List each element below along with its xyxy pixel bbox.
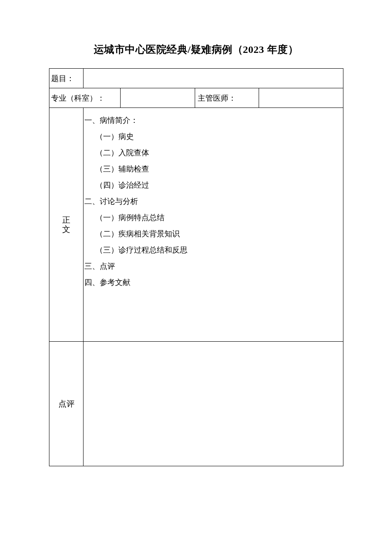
label-body-text: 正文 <box>61 215 71 234</box>
outline-1-3: （三）辅助检查 <box>84 161 340 177</box>
field-review[interactable] <box>84 342 343 466</box>
page: 运城市中心医院经典/疑难病例（2023 年度） 题目： 专业（科室）： 主管医师… <box>0 0 392 466</box>
outline-4: 四、参考文献 <box>84 274 340 291</box>
outline-1: 一、病情简介： <box>84 112 340 128</box>
label-physician: 主管医师： <box>195 88 259 108</box>
field-physician[interactable] <box>259 88 343 108</box>
label-department: 专业（科室）： <box>49 88 121 108</box>
row-meta: 专业（科室）： 主管医师： <box>49 88 343 108</box>
outline-2-2: （二）疾病相关背景知识 <box>84 226 340 242</box>
label-body: 正文 <box>49 108 84 342</box>
label-review: 点评 <box>49 342 84 466</box>
label-topic: 题目： <box>49 69 84 88</box>
field-topic[interactable] <box>84 69 343 88</box>
outline-2: 二、讨论与分析 <box>84 193 340 209</box>
row-body: 正文 一、病情简介： （一）病史 （二）入院查体 （三）辅助检查 （四）诊治经过… <box>49 108 343 342</box>
outline-1-2: （二）入院查体 <box>84 145 340 161</box>
field-body[interactable]: 一、病情简介： （一）病史 （二）入院查体 （三）辅助检查 （四）诊治经过 二、… <box>84 108 343 342</box>
outline-1-4: （四）诊治经过 <box>84 177 340 193</box>
field-department[interactable] <box>121 88 195 108</box>
case-form-table: 题目： 专业（科室）： 主管医师： 正文 一、病情简介： （一）病史 （二）入院… <box>49 68 343 466</box>
document-title: 运城市中心医院经典/疑难病例（2023 年度） <box>49 43 343 56</box>
outline-2-1: （一）病例特点总结 <box>84 209 340 226</box>
row-topic: 题目： <box>49 69 343 88</box>
outline-1-1: （一）病史 <box>84 128 340 145</box>
row-review: 点评 <box>49 342 343 466</box>
outline-2-3: （三）诊疗过程总结和反思 <box>84 242 340 258</box>
outline-3: 三、点评 <box>84 258 340 274</box>
